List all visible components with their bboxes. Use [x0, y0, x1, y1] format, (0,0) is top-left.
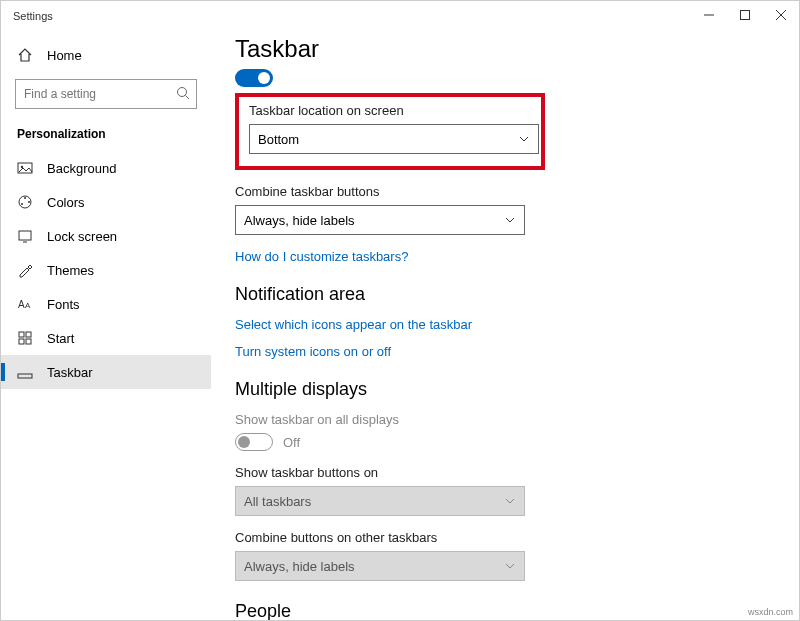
combine-other-label: Combine buttons on other taskbars [235, 530, 775, 545]
buttons-on-label: Show taskbar buttons on [235, 465, 775, 480]
minimize-icon [704, 10, 714, 20]
section-header: Personalization [1, 123, 211, 151]
close-icon [776, 10, 786, 20]
svg-rect-12 [19, 231, 31, 240]
combine-other-value: Always, hide labels [244, 559, 355, 574]
background-icon [17, 160, 33, 176]
svg-text:A: A [25, 301, 31, 310]
taskbar-icon [17, 364, 33, 380]
home-link[interactable]: Home [1, 39, 211, 71]
search-icon [175, 85, 191, 101]
titlebar: Settings [1, 1, 799, 31]
svg-point-10 [28, 201, 30, 203]
buttons-on-select: All taskbars [235, 486, 525, 516]
svg-rect-18 [19, 339, 24, 344]
fonts-icon: AA [17, 296, 33, 312]
sidebar-item-label: Colors [47, 195, 85, 210]
sidebar-item-background[interactable]: Background [1, 151, 211, 185]
start-icon [17, 330, 33, 346]
sidebar-item-taskbar[interactable]: Taskbar [1, 355, 211, 389]
buttons-on-value: All taskbars [244, 494, 311, 509]
show-all-toggle [235, 433, 273, 451]
show-all-label: Show taskbar on all displays [235, 412, 775, 427]
svg-point-9 [24, 197, 26, 199]
lockscreen-icon [17, 228, 33, 244]
sidebar-item-lockscreen[interactable]: Lock screen [1, 219, 211, 253]
main-content: Taskbar Off Taskbar location on screen B… [211, 31, 799, 620]
search-input[interactable] [15, 79, 197, 109]
top-toggle[interactable] [235, 69, 273, 87]
sidebar-item-start[interactable]: Start [1, 321, 211, 355]
themes-icon [17, 262, 33, 278]
maximize-button[interactable] [727, 1, 763, 29]
maximize-icon [740, 10, 750, 20]
svg-rect-20 [18, 374, 32, 378]
svg-point-4 [178, 88, 187, 97]
show-all-state: Off [283, 435, 300, 450]
select-icons-link[interactable]: Select which icons appear on the taskbar [235, 317, 775, 332]
chevron-down-icon [504, 495, 516, 507]
window-title: Settings [13, 10, 53, 22]
system-icons-link[interactable]: Turn system icons on or off [235, 344, 775, 359]
home-icon [17, 47, 33, 63]
location-select[interactable]: Bottom [249, 124, 539, 154]
multiple-heading: Multiple displays [235, 379, 775, 400]
combine-select[interactable]: Always, hide labels [235, 205, 525, 235]
combine-other-select: Always, hide labels [235, 551, 525, 581]
colors-icon [17, 194, 33, 210]
location-label: Taskbar location on screen [249, 103, 531, 118]
svg-rect-17 [26, 332, 31, 337]
watermark: wsxdn.com [748, 607, 793, 617]
sidebar-item-fonts[interactable]: AA Fonts [1, 287, 211, 321]
sidebar-item-label: Background [47, 161, 116, 176]
sidebar-item-label: Themes [47, 263, 94, 278]
sidebar-item-label: Fonts [47, 297, 80, 312]
page-title: Taskbar [235, 35, 775, 63]
notification-heading: Notification area [235, 284, 775, 305]
minimize-button[interactable] [691, 1, 727, 29]
close-button[interactable] [763, 1, 799, 29]
sidebar-item-label: Start [47, 331, 74, 346]
sidebar: Home Personalization Background Colors L… [1, 31, 211, 620]
sidebar-item-colors[interactable]: Colors [1, 185, 211, 219]
location-value: Bottom [258, 132, 299, 147]
svg-text:A: A [18, 299, 25, 310]
svg-rect-1 [741, 11, 750, 20]
customize-link[interactable]: How do I customize taskbars? [235, 249, 775, 264]
combine-label: Combine taskbar buttons [235, 184, 775, 199]
svg-rect-16 [19, 332, 24, 337]
chevron-down-icon [518, 133, 530, 145]
chevron-down-icon [504, 560, 516, 572]
svg-line-5 [186, 96, 190, 100]
sidebar-item-label: Taskbar [47, 365, 93, 380]
svg-rect-19 [26, 339, 31, 344]
people-heading: People [235, 601, 775, 620]
combine-value: Always, hide labels [244, 213, 355, 228]
window-controls [691, 1, 799, 29]
svg-point-11 [21, 203, 23, 205]
taskbar-location-highlight: Taskbar location on screen Bottom [235, 93, 545, 170]
sidebar-item-themes[interactable]: Themes [1, 253, 211, 287]
chevron-down-icon [504, 214, 516, 226]
home-label: Home [47, 48, 82, 63]
sidebar-item-label: Lock screen [47, 229, 117, 244]
